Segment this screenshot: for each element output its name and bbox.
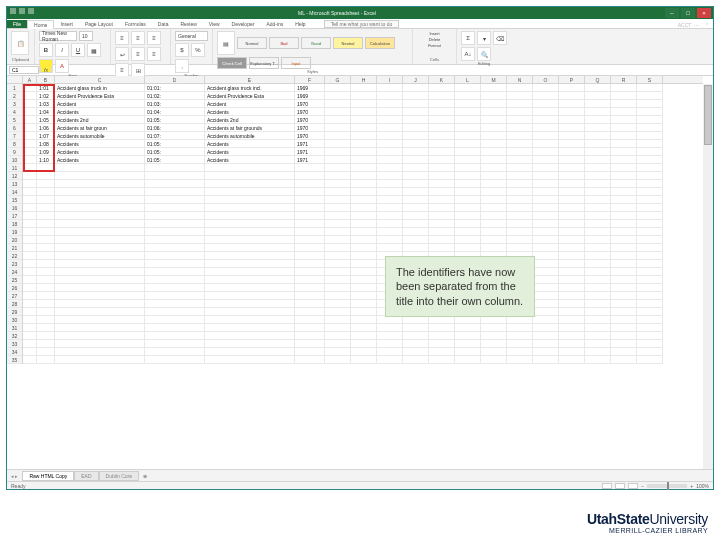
cell[interactable] (325, 108, 351, 116)
cell[interactable] (205, 356, 295, 364)
cell[interactable] (455, 356, 481, 364)
cell[interactable] (295, 292, 325, 300)
cell[interactable] (295, 276, 325, 284)
row-header[interactable]: 35 (7, 356, 22, 364)
tab-addins[interactable]: Add-ins (260, 20, 289, 28)
cell[interactable] (37, 180, 55, 188)
cell[interactable] (351, 332, 377, 340)
cell[interactable] (637, 156, 663, 164)
cell[interactable] (325, 300, 351, 308)
cell[interactable] (637, 276, 663, 284)
cell[interactable] (377, 340, 403, 348)
cell[interactable] (611, 236, 637, 244)
cell[interactable] (585, 132, 611, 140)
cell[interactable] (403, 156, 429, 164)
cell[interactable] (295, 212, 325, 220)
cell[interactable] (351, 140, 377, 148)
cell[interactable] (533, 140, 559, 148)
cell[interactable] (205, 252, 295, 260)
cell[interactable] (637, 100, 663, 108)
cell[interactable] (429, 196, 455, 204)
cell[interactable] (429, 188, 455, 196)
cell[interactable]: Accidents 2nd (205, 116, 295, 124)
cell[interactable] (637, 228, 663, 236)
cell[interactable] (585, 308, 611, 316)
col-header[interactable]: S (637, 76, 663, 83)
cell[interactable] (325, 196, 351, 204)
col-header[interactable]: Q (585, 76, 611, 83)
cell[interactable]: 01:01: (145, 84, 205, 92)
cell[interactable] (295, 308, 325, 316)
cell[interactable] (585, 316, 611, 324)
cell[interactable] (455, 116, 481, 124)
underline-button[interactable]: U (71, 43, 85, 57)
align-bottom-icon[interactable]: ≡ (147, 31, 161, 45)
cell[interactable] (377, 212, 403, 220)
cell[interactable] (559, 260, 585, 268)
cell[interactable] (585, 228, 611, 236)
cell[interactable] (533, 236, 559, 244)
cell[interactable] (585, 180, 611, 188)
cell[interactable] (559, 284, 585, 292)
tell-me-search[interactable]: Tell me what you want to do (324, 20, 400, 28)
cell[interactable] (351, 212, 377, 220)
cell[interactable] (403, 228, 429, 236)
cell[interactable] (205, 196, 295, 204)
cell[interactable] (37, 212, 55, 220)
minimize-button[interactable]: – (665, 8, 679, 18)
cell[interactable] (295, 332, 325, 340)
cell[interactable] (429, 212, 455, 220)
cell[interactable] (295, 348, 325, 356)
cell[interactable] (585, 348, 611, 356)
cell[interactable] (351, 244, 377, 252)
row-header[interactable]: 30 (7, 316, 22, 324)
cell[interactable] (559, 276, 585, 284)
cell[interactable] (533, 316, 559, 324)
cell[interactable] (55, 332, 145, 340)
cell[interactable] (145, 308, 205, 316)
font-size[interactable]: 10 (79, 31, 93, 41)
cell[interactable] (55, 244, 145, 252)
col-header[interactable]: C (55, 76, 145, 83)
cell[interactable] (611, 212, 637, 220)
cell[interactable] (481, 148, 507, 156)
cell[interactable] (325, 228, 351, 236)
cell[interactable] (585, 164, 611, 172)
cell[interactable] (637, 348, 663, 356)
cell[interactable] (295, 244, 325, 252)
cell[interactable] (429, 140, 455, 148)
cell[interactable] (23, 332, 37, 340)
cell[interactable] (205, 332, 295, 340)
cell[interactable] (23, 276, 37, 284)
cell[interactable] (481, 332, 507, 340)
cell[interactable] (585, 148, 611, 156)
cell[interactable] (377, 140, 403, 148)
cell[interactable] (145, 228, 205, 236)
cell[interactable] (23, 92, 37, 100)
cell[interactable] (403, 348, 429, 356)
cell[interactable] (403, 212, 429, 220)
cell[interactable] (55, 340, 145, 348)
cell[interactable] (637, 340, 663, 348)
cell[interactable] (377, 172, 403, 180)
cell[interactable] (559, 148, 585, 156)
cell[interactable]: 1:01 (37, 84, 55, 92)
cell[interactable] (145, 268, 205, 276)
cell[interactable] (55, 252, 145, 260)
cell[interactable] (507, 172, 533, 180)
cell[interactable] (55, 260, 145, 268)
cell[interactable] (611, 180, 637, 188)
cell[interactable] (611, 244, 637, 252)
cell[interactable] (205, 348, 295, 356)
cell[interactable] (429, 220, 455, 228)
cell[interactable] (559, 332, 585, 340)
cell[interactable] (559, 340, 585, 348)
cell[interactable] (377, 180, 403, 188)
cell[interactable] (481, 132, 507, 140)
cell[interactable] (559, 204, 585, 212)
font-color-button[interactable]: A (55, 59, 69, 73)
row-header[interactable]: 9 (7, 148, 22, 156)
cell[interactable] (377, 148, 403, 156)
cell[interactable] (377, 164, 403, 172)
cell[interactable] (585, 116, 611, 124)
